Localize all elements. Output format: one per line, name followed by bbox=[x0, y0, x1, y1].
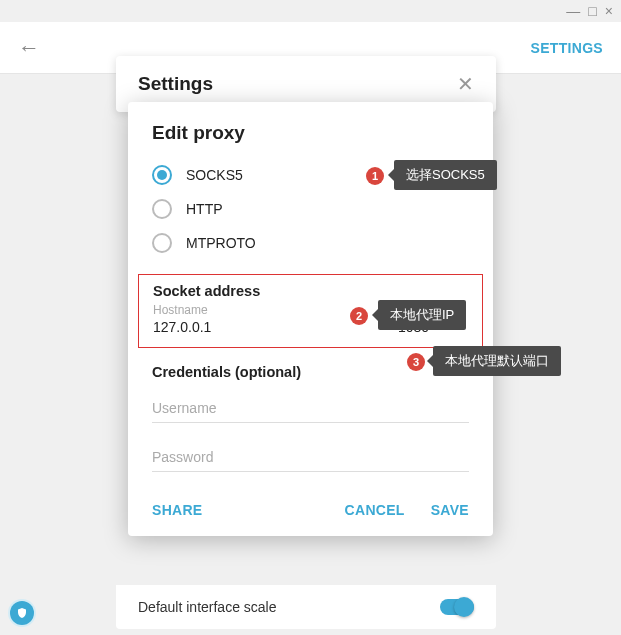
dialog-title: Edit proxy bbox=[128, 102, 493, 158]
credentials-section: Credentials (optional) bbox=[128, 358, 493, 492]
dialog-actions: SHARE CANCEL SAVE bbox=[128, 492, 493, 524]
annotation-badge-2: 2 bbox=[350, 307, 368, 325]
close-icon[interactable]: ✕ bbox=[457, 72, 474, 96]
radio-icon bbox=[152, 165, 172, 185]
socket-address-title: Socket address bbox=[153, 283, 468, 299]
annotation-badge-3: 3 bbox=[407, 353, 425, 371]
window-maximize-icon[interactable]: □ bbox=[588, 3, 596, 19]
annotation-label-3: 本地代理默认端口 bbox=[433, 346, 561, 376]
window-minimize-icon[interactable]: — bbox=[566, 3, 580, 19]
annotation-label-2: 本地代理IP bbox=[378, 300, 466, 330]
window-close-icon[interactable]: × bbox=[605, 3, 613, 19]
default-scale-toggle[interactable] bbox=[440, 599, 474, 615]
annotation-label-1: 选择SOCKS5 bbox=[394, 160, 497, 190]
hostname-input[interactable] bbox=[153, 317, 374, 337]
save-button[interactable]: SAVE bbox=[431, 502, 469, 518]
hostname-field: Hostname bbox=[153, 303, 374, 337]
shield-badge-icon bbox=[10, 601, 34, 625]
username-input[interactable] bbox=[152, 394, 469, 423]
cancel-button[interactable]: CANCEL bbox=[345, 502, 405, 518]
radio-http[interactable]: HTTP bbox=[152, 192, 469, 226]
radio-mtproto[interactable]: MTPROTO bbox=[152, 226, 469, 260]
radio-label: HTTP bbox=[186, 201, 223, 217]
back-arrow-icon[interactable]: ← bbox=[18, 35, 40, 61]
radio-icon bbox=[152, 233, 172, 253]
default-scale-label: Default interface scale bbox=[138, 599, 277, 615]
radio-label: MTPROTO bbox=[186, 235, 256, 251]
settings-title: Settings bbox=[138, 73, 213, 95]
radio-label: SOCKS5 bbox=[186, 167, 243, 183]
hostname-label: Hostname bbox=[153, 303, 374, 317]
annotation-badge-1: 1 bbox=[366, 167, 384, 185]
default-scale-row: Default interface scale bbox=[116, 585, 496, 629]
window-titlebar: — □ × bbox=[0, 0, 621, 22]
share-button[interactable]: SHARE bbox=[152, 502, 203, 518]
radio-icon bbox=[152, 199, 172, 219]
password-input[interactable] bbox=[152, 443, 469, 472]
settings-link[interactable]: SETTINGS bbox=[531, 40, 603, 56]
